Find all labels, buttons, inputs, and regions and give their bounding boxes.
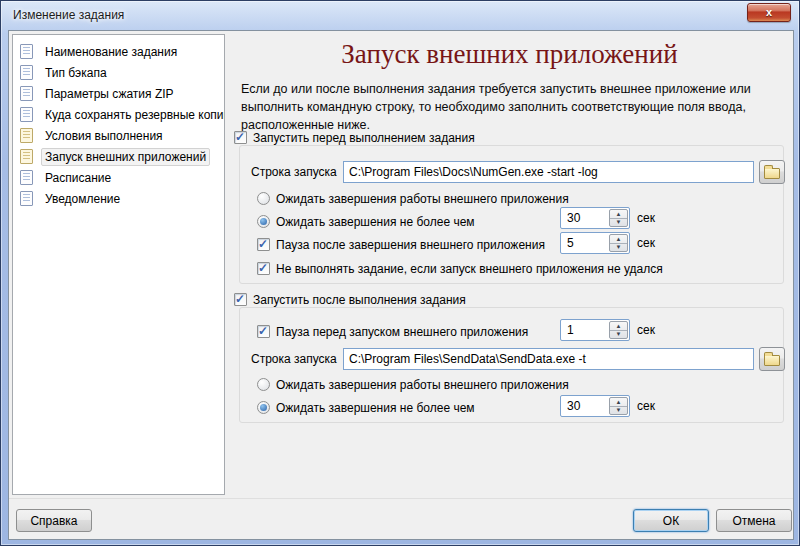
before-wait-full-label[interactable]: Ожидать завершения работы внешнего прило…	[276, 192, 569, 206]
after-wait-timeout-label[interactable]: Ожидать завершения не более чем	[276, 401, 475, 415]
before-pause-checkbox[interactable]	[257, 238, 270, 251]
spin-down-icon[interactable]: ▼	[610, 407, 627, 415]
before-wait-timeout-spin-row: ▲▼ сек	[560, 207, 655, 229]
before-wait-timeout-radio[interactable]	[257, 215, 270, 228]
page-description: Если до или после выполнения задания тре…	[241, 80, 786, 134]
before-launch-string-input[interactable]	[343, 161, 754, 183]
after-pause-value[interactable]	[562, 321, 606, 339]
settings-panel: Запуск внешних приложений Если до или по…	[226, 31, 793, 498]
run-after-label[interactable]: Запустить после выполнения задания	[253, 293, 466, 307]
before-abort-label[interactable]: Не выполнять задание, если запуск внешне…	[276, 262, 663, 276]
run-before-toggle-row: Запустить перед выполнением задания	[234, 129, 475, 146]
before-wait-full-radio[interactable]	[257, 192, 270, 205]
after-pause-spin-row: ▲▼ сек	[560, 319, 655, 341]
document-icon	[20, 107, 33, 122]
after-launch-string-label: Строка запуска	[251, 352, 336, 366]
sidebar-item-task-name[interactable]: Наименование задания	[13, 41, 224, 62]
after-wait-full-radio[interactable]	[257, 378, 270, 391]
seconds-label: сек	[637, 211, 655, 225]
after-launch-string-input[interactable]	[343, 348, 754, 370]
page-title: Запуск внешних приложений	[226, 39, 793, 70]
after-wait-timeout-spinner[interactable]: ▲▼	[560, 395, 630, 417]
before-pause-row: Пауза после завершения внешнего приложен…	[257, 236, 545, 253]
run-after-toggle-row: Запустить после выполнения задания	[234, 291, 466, 308]
spin-up-icon[interactable]: ▲	[610, 210, 627, 219]
before-abort-row: Не выполнять задание, если запуск внешне…	[257, 260, 663, 277]
close-icon: x	[766, 7, 772, 18]
after-wait-timeout-radio[interactable]	[257, 401, 270, 414]
document-icon	[20, 149, 33, 164]
before-wait-timeout-row: Ожидать завершения не более чем	[257, 213, 475, 230]
before-pause-value[interactable]	[562, 234, 606, 252]
document-icon	[20, 170, 33, 185]
spin-down-icon[interactable]: ▼	[610, 331, 627, 339]
after-wait-timeout-value[interactable]	[562, 397, 606, 415]
before-pause-spinner[interactable]: ▲▼	[560, 232, 630, 254]
folder-icon	[764, 355, 780, 366]
before-wait-timeout-value[interactable]	[562, 209, 606, 227]
sidebar-item-backup-type[interactable]: Тип бэкапа	[13, 62, 224, 83]
before-browse-button[interactable]	[759, 160, 785, 184]
dialog-client-area: Наименование задания Тип бэкапа Параметр…	[8, 30, 794, 540]
cancel-button[interactable]: Отмена	[716, 509, 792, 532]
after-wait-timeout-row: Ожидать завершения не более чем	[257, 399, 475, 416]
after-wait-full-row: Ожидать завершения работы внешнего прило…	[257, 376, 569, 393]
close-button[interactable]: x	[747, 3, 791, 22]
help-button[interactable]: Справка	[16, 509, 92, 532]
after-pause-spinner[interactable]: ▲▼	[560, 319, 630, 341]
sidebar-item-schedule[interactable]: Расписание	[13, 167, 224, 188]
folder-icon	[764, 168, 780, 179]
title-bar[interactable]: Изменение задания x	[1, 1, 799, 30]
spin-up-icon[interactable]: ▲	[610, 322, 627, 331]
spinner-buttons[interactable]: ▲▼	[609, 234, 628, 252]
dialog-window: Изменение задания x Наименование задания…	[0, 0, 800, 546]
document-icon	[20, 65, 33, 80]
after-wait-timeout-spin-row: ▲▼ сек	[560, 395, 655, 417]
document-icon	[20, 86, 33, 101]
document-icon	[20, 191, 33, 206]
sidebar-item-external-apps[interactable]: Запуск внешних приложений	[13, 146, 224, 167]
document-icon	[20, 128, 33, 143]
ok-button[interactable]: ОК	[633, 509, 709, 532]
spin-up-icon[interactable]: ▲	[610, 398, 627, 407]
seconds-label: сек	[637, 236, 655, 250]
after-pause-label[interactable]: Пауза перед запуском внешнего приложения	[276, 325, 528, 339]
sidebar-item-notification[interactable]: Уведомление	[13, 188, 224, 209]
spin-up-icon[interactable]: ▲	[610, 235, 627, 244]
spinner-buttons[interactable]: ▲▼	[609, 321, 628, 339]
before-launch-string-label: Строка запуска	[251, 165, 336, 179]
spinner-buttons[interactable]: ▲▼	[609, 397, 628, 415]
before-wait-timeout-label[interactable]: Ожидать завершения не более чем	[276, 215, 475, 229]
footer-divider	[9, 498, 793, 499]
after-pause-checkbox[interactable]	[257, 325, 270, 338]
window-title: Изменение задания	[13, 8, 124, 22]
spin-down-icon[interactable]: ▼	[610, 219, 627, 227]
before-wait-full-row: Ожидать завершения работы внешнего прило…	[257, 190, 569, 207]
sidebar-item-run-conditions[interactable]: Условия выполнения	[13, 125, 224, 146]
run-before-checkbox[interactable]	[234, 131, 247, 144]
before-wait-timeout-spinner[interactable]: ▲▼	[560, 207, 630, 229]
seconds-label: сек	[637, 323, 655, 337]
sidebar-item-backup-destination[interactable]: Куда сохранять резервные копии	[13, 104, 224, 125]
spin-down-icon[interactable]: ▼	[610, 244, 627, 252]
seconds-label: сек	[637, 399, 655, 413]
sidebar-item-zip-compression[interactable]: Параметры сжатия ZIP	[13, 83, 224, 104]
before-pause-label[interactable]: Пауза после завершения внешнего приложен…	[276, 238, 545, 252]
before-abort-checkbox[interactable]	[257, 262, 270, 275]
run-after-checkbox[interactable]	[234, 293, 247, 306]
after-browse-button[interactable]	[759, 347, 785, 371]
after-wait-full-label[interactable]: Ожидать завершения работы внешнего прило…	[276, 378, 569, 392]
after-pause-row: Пауза перед запуском внешнего приложения	[257, 323, 528, 340]
spinner-buttons[interactable]: ▲▼	[609, 209, 628, 227]
before-pause-spin-row: ▲▼ сек	[560, 232, 655, 254]
sidebar-nav: Наименование задания Тип бэкапа Параметр…	[12, 34, 225, 495]
run-before-label[interactable]: Запустить перед выполнением задания	[253, 131, 475, 145]
document-icon	[20, 44, 33, 59]
